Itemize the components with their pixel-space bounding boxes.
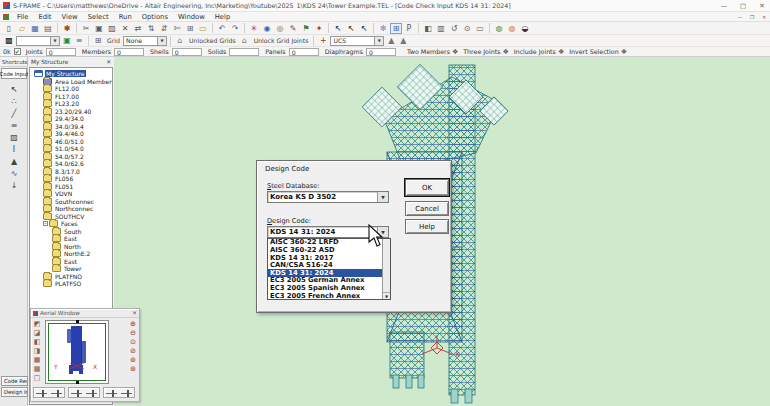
shortcut-material-icon[interactable]: ▨ (8, 131, 21, 143)
cancel-button[interactable]: Cancel (405, 201, 449, 216)
undo-icon[interactable]: ↶ (216, 23, 228, 34)
joint-load-icon[interactable]: ✳ (248, 23, 260, 34)
grid-combo[interactable]: None▼ (123, 36, 167, 46)
menu-item[interactable]: Edit (33, 13, 56, 21)
subdivide-icon[interactable]: ⊞ (184, 23, 196, 34)
card-icon[interactable]: ▭ (474, 23, 486, 34)
tree-item[interactable]: Faces (30, 220, 112, 228)
tree-item[interactable]: East (30, 258, 112, 266)
menu-item[interactable]: File (12, 13, 33, 21)
selection-tool-button[interactable]: Invert Selection❖ (569, 48, 627, 56)
select-box-icon[interactable]: ↖ (358, 23, 370, 34)
tools-icon[interactable]: ✱ (61, 23, 73, 34)
tree-item[interactable]: FL051 (30, 183, 112, 191)
expander-icon[interactable] (43, 221, 48, 226)
shortcut-column-icon[interactable]: Ι (8, 143, 21, 155)
save-icon[interactable]: ▦ (29, 23, 41, 34)
print-icon[interactable]: ▤ (42, 23, 54, 34)
shortcut-select-icon[interactable]: ↖ (8, 83, 21, 95)
shortcut-load-icon[interactable]: ↓ (8, 179, 21, 191)
menu-item[interactable]: Options (137, 13, 173, 21)
menu-item[interactable]: Select (83, 13, 114, 21)
tree-item[interactable]: SOUTHCV (30, 213, 112, 221)
menu-item[interactable]: View (57, 13, 83, 21)
selection-tool-button[interactable]: Two Members❖ (407, 48, 458, 56)
tree-item[interactable]: 51.0/54.0 (30, 145, 112, 153)
unlock-grid-joints-label[interactable]: Unlock Grid Joints (254, 37, 309, 44)
delete-icon[interactable]: ✕ (119, 23, 131, 34)
ucs-icon[interactable]: + (317, 35, 329, 46)
unlocked-grids-label[interactable]: Unlocked Grids (189, 37, 236, 44)
selection-tool-button[interactable]: Three Joints❖ (463, 48, 509, 56)
tree-item[interactable]: NorthE.2 (30, 250, 112, 258)
redo-icon[interactable]: ↷ (229, 23, 241, 34)
code-results-button[interactable]: Code Res... (1, 376, 28, 386)
selection-ok-checkbox[interactable]: ✔ (14, 48, 21, 55)
unlock-grid-joints-icon[interactable]: ⌂ (239, 35, 251, 46)
tree-item[interactable]: My Structure (30, 70, 112, 78)
maximize-button[interactable]: ▢ (735, 0, 751, 11)
aerial-pan-icon[interactable]: ⊚ (128, 355, 138, 364)
steel-database-combo[interactable]: Korea KS D 3502 ▼ (267, 191, 389, 203)
aerial-view-bottom-icon[interactable]: □ (32, 373, 42, 382)
tree-item[interactable]: FL12.00 (30, 85, 112, 93)
mdi-minimize-button[interactable]: — (734, 13, 746, 21)
design-input-button[interactable]: Design In... (1, 387, 28, 397)
shortcut-member-icon[interactable]: ╱ (8, 107, 21, 119)
layers-icon[interactable]: ≡ (73, 35, 85, 46)
aerial-window-header[interactable]: Aerial Window ✕ (31, 309, 139, 318)
aerial-slider-2[interactable] (68, 387, 100, 398)
tree-item[interactable]: 29.4/34.0 (30, 115, 112, 123)
aerial-zoom-in-icon[interactable]: ⊕ (128, 319, 138, 328)
tree-item[interactable]: 34.0/39.4 (30, 123, 112, 131)
tree-item[interactable]: PLATFNO (30, 273, 112, 281)
raise-icon[interactable]: ⇅ (145, 23, 157, 34)
design-code-option[interactable]: EC3 2005 French Annex (268, 292, 382, 299)
new-icon[interactable]: ▯ (3, 23, 15, 34)
pan-icon[interactable]: ⊞ (390, 23, 402, 34)
target-icon[interactable]: ⊙ (461, 23, 473, 34)
aerial-zoom-out-icon[interactable]: ⊖ (128, 328, 138, 337)
p-tool-icon[interactable]: P (403, 23, 415, 34)
cube-icon[interactable]: ▣ (61, 35, 73, 46)
render-orange-icon[interactable]: ◍ (506, 23, 518, 34)
shortcut-support-icon[interactable]: ▲ (8, 155, 21, 167)
tree-item[interactable]: 8.3/17.0 (30, 168, 112, 176)
folder-open-icon[interactable]: ▭ (197, 23, 209, 34)
stretch-icon[interactable]: ⇄ (132, 23, 144, 34)
menu-item[interactable]: Help (210, 13, 236, 21)
tree-item[interactable]: East (30, 235, 112, 243)
tree-item[interactable]: Area Load Members (30, 78, 112, 86)
trim-icon[interactable]: ✄ (171, 23, 183, 34)
close-icon[interactable]: ✕ (106, 59, 111, 65)
menu-item[interactable]: Window (173, 13, 210, 21)
axis-plan-icon[interactable]: ▲ (397, 35, 409, 46)
rotate-icon[interactable]: ↺ (448, 23, 460, 34)
tree-item[interactable]: 54.0/62.6 (30, 160, 112, 168)
view-grid-icon[interactable]: ▥ (435, 23, 447, 34)
shortcut-spring-icon[interactable]: ∿ (8, 167, 21, 179)
select-icon[interactable]: ↖ (332, 23, 344, 34)
selection-tool-button[interactable]: Include Joints❖ (514, 48, 564, 56)
shortcuts-tab[interactable]: Shortcuts ✕ (0, 57, 27, 67)
aerial-view-back-icon[interactable]: ▩ (32, 364, 42, 373)
tree-item[interactable]: 46.0/51.0 (30, 138, 112, 146)
scroll-down-icon[interactable]: ▼ (383, 292, 390, 299)
menu-item[interactable]: Run (114, 13, 137, 21)
minimize-button[interactable]: — (716, 0, 732, 11)
tree-item[interactable]: 23.20/29.40 (30, 108, 112, 116)
shortcut-section-icon[interactable]: ≡ (8, 119, 21, 131)
edit-icon[interactable]: ✎ (287, 23, 299, 34)
aerial-zoom-extents-icon[interactable]: ⊘ (128, 346, 138, 355)
zoom-select-icon[interactable]: ◉ (261, 23, 273, 34)
cut-icon[interactable]: ✂ (80, 23, 92, 34)
find-icon[interactable]: ◎ (274, 23, 286, 34)
code-input-button[interactable]: Code Input (1, 68, 27, 79)
view-left-icon[interactable]: ◧ (422, 23, 434, 34)
copy-icon[interactable]: ▣ (93, 23, 105, 34)
tree-item[interactable]: 54.0/57.2 (30, 153, 112, 161)
close-button[interactable]: ✕ (754, 0, 770, 11)
snap-icon[interactable]: ✻ (377, 23, 389, 34)
grid-icon[interactable]: ⊞ (92, 35, 104, 46)
flag-icon[interactable]: ⚑ (300, 23, 312, 34)
